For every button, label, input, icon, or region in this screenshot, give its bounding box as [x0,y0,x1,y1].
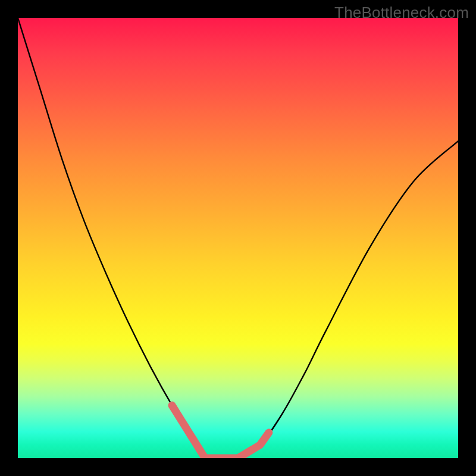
plot-area [18,18,458,458]
bottleneck-curve [18,18,458,458]
chart-frame: TheBottleneck.com [0,0,476,476]
watermark-label: TheBottleneck.com [334,4,469,22]
curve-svg [18,18,458,458]
accent-left-accent [172,405,205,458]
accent-right-accent [238,433,269,458]
